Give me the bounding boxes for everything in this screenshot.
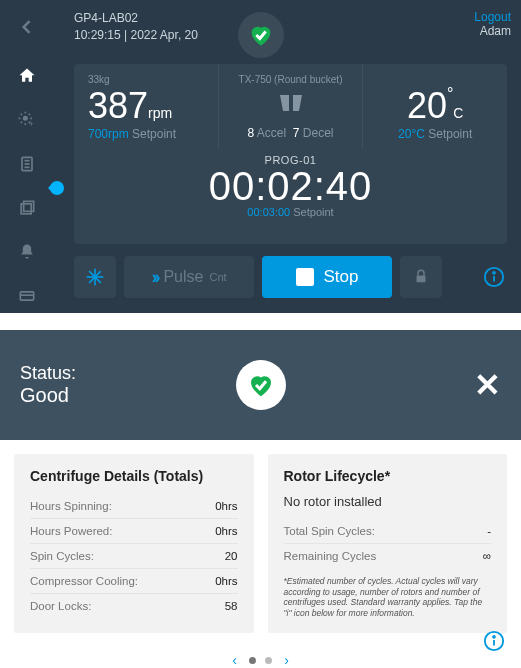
nav-sidebar: +	[0, 0, 54, 313]
pager: ‹ ›	[0, 651, 521, 669]
stop-label: Stop	[324, 267, 359, 287]
status-band: Status: Good ✕	[0, 330, 521, 440]
svg-point-0	[23, 116, 28, 121]
page-dot[interactable]	[265, 657, 272, 664]
status-heart-icon	[238, 12, 284, 58]
card-title: Centrifuge Details (Totals)	[30, 468, 238, 484]
rotor-stat[interactable]: TX-750 (Round bucket) 8 Accel 7 Decel	[219, 64, 364, 148]
temp-stat[interactable]: 20°C 20°C Setpoint	[363, 64, 507, 148]
device-id: GP4-LAB02	[74, 10, 198, 27]
card-title: Rotor Lifecycle*	[284, 468, 492, 484]
chevrons-icon: ››	[151, 267, 157, 288]
stats-card: 33kg 387rpm 700rpm Setpoint TX-750 (Roun…	[74, 64, 507, 244]
info-icon[interactable]	[481, 264, 507, 290]
stop-button[interactable]: Stop	[262, 256, 392, 298]
table-row: Door Locks:58	[30, 594, 238, 618]
rotor-message: No rotor installed	[284, 494, 492, 509]
rotor-name: TX-750 (Round bucket)	[233, 74, 349, 85]
snowflake-button[interactable]	[74, 256, 116, 298]
clipboard-icon[interactable]	[0, 142, 54, 186]
control-bar: ›› Pulse Cnt Stop	[74, 256, 507, 298]
info-icon[interactable]	[483, 630, 505, 656]
table-row: Spin Cycles:20	[30, 544, 238, 569]
svg-point-17	[493, 272, 495, 274]
stop-icon	[296, 268, 314, 286]
pulse-button[interactable]: ›› Pulse Cnt	[124, 256, 254, 298]
mass-label: 33kg	[88, 74, 204, 85]
svg-text:+: +	[29, 119, 34, 129]
table-row: Hours Spinning:0hrs	[30, 494, 238, 519]
back-icon[interactable]	[0, 0, 54, 54]
svg-point-20	[493, 636, 495, 638]
bell-icon[interactable]	[0, 230, 54, 274]
page-prev-icon[interactable]: ‹	[232, 652, 237, 668]
card-icon[interactable]	[0, 274, 54, 318]
lock-button[interactable]	[400, 256, 442, 298]
page-next-icon[interactable]: ›	[284, 652, 289, 668]
svg-rect-7	[24, 201, 34, 211]
status-label: Status:	[20, 363, 76, 384]
pulse-label: Pulse	[163, 268, 203, 286]
disclaimer-text: *Estimated number of cycles. Actual cycl…	[284, 576, 492, 619]
program-block[interactable]: PROG-01 00:02:40 00:03:00 Setpoint	[74, 148, 507, 218]
dashboard-panel: + GP4-LAB02 10:29:15 | 2022 Apr, 20 Logo…	[0, 0, 521, 313]
page-dot[interactable]	[249, 657, 256, 664]
svg-rect-6	[21, 204, 31, 214]
table-row: Total Spin Cycles:-	[284, 519, 492, 544]
status-value: Good	[20, 384, 76, 407]
settings-icon[interactable]: +	[0, 98, 54, 142]
rotor-lifecycle-card: Rotor Lifecycle* No rotor installed Tota…	[268, 454, 508, 633]
pulse-count-label: Cnt	[209, 271, 226, 283]
notification-dot-icon	[50, 181, 64, 195]
device-time: 10:29:15 | 2022 Apr, 20	[74, 27, 198, 44]
files-icon[interactable]	[0, 186, 54, 230]
speed-stat[interactable]: 33kg 387rpm 700rpm Setpoint	[74, 64, 219, 148]
device-info: GP4-LAB02 10:29:15 | 2022 Apr, 20	[74, 10, 198, 58]
status-detail-panel: Status: Good ✕ Centrifuge Details (Total…	[0, 330, 521, 668]
table-row: Compressor Cooling:0hrs	[30, 569, 238, 594]
close-icon[interactable]: ✕	[474, 366, 501, 404]
home-icon[interactable]	[0, 54, 54, 98]
timer-value: 00:02:40	[74, 166, 507, 206]
user-name: Adam	[474, 24, 511, 38]
table-row: Remaining Cycles∞	[284, 544, 492, 568]
centrifuge-details-card: Centrifuge Details (Totals) Hours Spinni…	[14, 454, 254, 633]
table-row: Hours Powered:0hrs	[30, 519, 238, 544]
svg-rect-14	[417, 276, 426, 283]
logout-link[interactable]: Logout	[474, 10, 511, 24]
bucket-icon	[233, 93, 349, 119]
status-heart-icon-large	[236, 360, 286, 410]
